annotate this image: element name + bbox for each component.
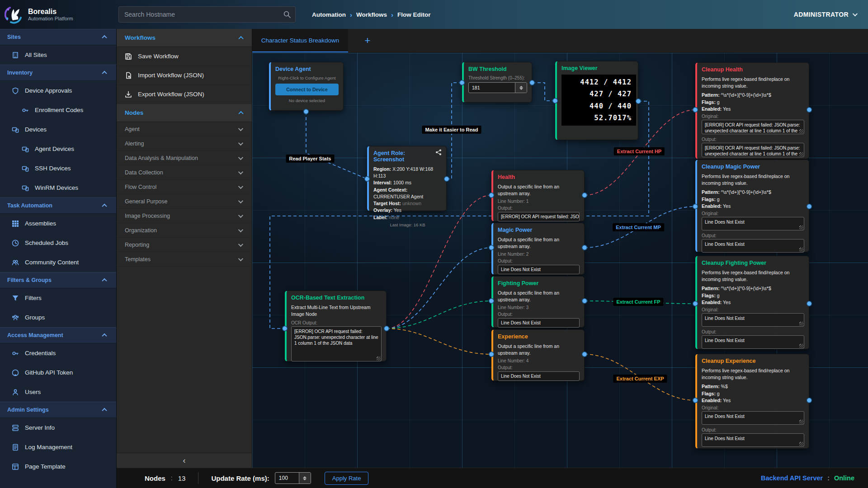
node-cleanup-fighting-power[interactable]: Cleanup Fighting Power Performs live reg… bbox=[695, 256, 809, 349]
sidebar-item-winrm-devices[interactable]: WinRM Devices bbox=[0, 178, 116, 197]
node-image-viewer[interactable]: Image Viewer 4412 / 4412 427 / 427 440 /… bbox=[555, 61, 638, 140]
tab-character-status-breakdown[interactable]: Character Status Breakdown bbox=[252, 29, 348, 52]
apply-rate-button[interactable]: Apply Rate bbox=[325, 472, 369, 485]
sidebar-item-filters[interactable]: Filters bbox=[0, 288, 116, 308]
section-label: Sites bbox=[7, 34, 21, 40]
collapse-panel-button[interactable]: ‹ bbox=[117, 453, 252, 468]
sidebar-item-github-api-token[interactable]: GitHub API Token bbox=[0, 363, 116, 382]
number-spinner[interactable] bbox=[299, 473, 311, 483]
flow-canvas[interactable]: Device Agent Right-Click to Configure Ag… bbox=[252, 53, 868, 468]
chevron-down-icon bbox=[238, 169, 243, 174]
sidebar-item-credentials[interactable]: Credentials bbox=[0, 343, 116, 363]
node-fighting-power[interactable]: Fighting Power Output a specific line fr… bbox=[491, 276, 585, 328]
search-input[interactable] bbox=[118, 6, 296, 23]
crumb-workflows[interactable]: Workflows bbox=[356, 11, 387, 18]
number-spinner[interactable] bbox=[515, 83, 527, 93]
sidebar-item-assemblies[interactable]: Assemblies bbox=[0, 214, 116, 233]
clock-icon bbox=[12, 239, 19, 247]
category-flow-control[interactable]: Flow Control bbox=[117, 180, 252, 194]
crumb-automation[interactable]: Automation bbox=[312, 11, 346, 18]
node-device-agent[interactable]: Device Agent Right-Click to Configure Ag… bbox=[269, 62, 344, 111]
category-data-collection[interactable]: Data Collection bbox=[117, 165, 252, 180]
flags-value: g bbox=[717, 293, 720, 298]
sidebar-item-devices[interactable]: Devices bbox=[0, 120, 116, 139]
people-icon bbox=[12, 259, 19, 266]
node-ocr-text-extraction[interactable]: OCR-Based Text Extraction Extract Multi-… bbox=[285, 291, 387, 361]
sidebar-item-community-content[interactable]: Community Content bbox=[0, 253, 116, 272]
category-templates[interactable]: Templates bbox=[117, 252, 252, 267]
sidebar-item-enrollment-codes[interactable]: Enrollment Codes bbox=[0, 100, 116, 120]
node-health[interactable]: Health Output a specific line from an up… bbox=[491, 170, 585, 221]
output-field[interactable]: Line Does Not Exist bbox=[498, 265, 580, 274]
user-menu[interactable]: ADMINISTRATOR bbox=[794, 11, 856, 18]
nodes-header[interactable]: Nodes bbox=[117, 104, 252, 122]
category-alerting[interactable]: Alerting bbox=[117, 136, 252, 151]
add-tab-button[interactable]: + bbox=[348, 29, 387, 52]
node-title: Health bbox=[498, 174, 580, 180]
category-data-analysis[interactable]: Data Analysis & Manipulation bbox=[117, 151, 252, 165]
export-workflow-button[interactable]: Export Workflow (JSON) bbox=[117, 85, 252, 104]
update-rate-input[interactable] bbox=[275, 473, 299, 483]
original-textarea[interactable]: Line Does Not Exist bbox=[702, 217, 804, 230]
node-bw-threshold[interactable]: BW Threshold Threshold Strength (0–255): bbox=[462, 62, 532, 103]
node-cleanup-magic-power[interactable]: Cleanup Magic Power Performs live regex-… bbox=[695, 160, 809, 252]
workflows-header[interactable]: Workflows bbox=[117, 29, 252, 47]
section-sites[interactable]: Sites bbox=[0, 29, 116, 45]
section-filters-groups[interactable]: Filters & Groups bbox=[0, 272, 116, 288]
original-textarea[interactable]: [ERROR] OCR API request failed: JSON.par… bbox=[702, 120, 804, 134]
category-agent[interactable]: Agent bbox=[117, 122, 252, 136]
chevron-up-icon bbox=[102, 71, 107, 76]
item-label: Scheduled Jobs bbox=[25, 239, 68, 246]
sidebar-item-all-sites[interactable]: All Sites bbox=[0, 45, 116, 65]
category-organization[interactable]: Organization bbox=[117, 223, 252, 238]
chevron-up-icon bbox=[238, 36, 243, 41]
original-label: Original: bbox=[702, 307, 804, 312]
crumb-flow-editor[interactable]: Flow Editor bbox=[397, 11, 431, 18]
sidebar-item-users[interactable]: Users bbox=[0, 382, 116, 402]
sidebar-item-scheduled-jobs[interactable]: Scheduled Jobs bbox=[0, 233, 116, 253]
sidebar-item-agent-devices[interactable]: Agent Devices bbox=[0, 139, 116, 159]
collapse-chevron-icon: ‹ bbox=[183, 456, 186, 465]
original-textarea[interactable]: Line Does Not Exist bbox=[702, 313, 804, 327]
output-textarea[interactable]: [ERROR] OCR API request failed: JSON.par… bbox=[702, 143, 804, 157]
output-textarea[interactable]: Line Does Not Exist bbox=[702, 335, 804, 349]
output-field[interactable]: [ERROR] OCR API request failed: JSON.par… bbox=[498, 212, 580, 221]
sidebar-item-ssh-devices[interactable]: SSH Devices bbox=[0, 159, 116, 178]
section-task-automation[interactable]: Task Automation bbox=[0, 197, 116, 214]
output-label: Output: bbox=[702, 329, 804, 334]
share-icon[interactable] bbox=[435, 149, 442, 155]
output-field[interactable]: Line Does Not Exist bbox=[498, 318, 580, 328]
node-cleanup-experience[interactable]: Cleanup Experience Performs live regex-b… bbox=[695, 354, 809, 449]
section-admin-settings[interactable]: Admin Settings bbox=[0, 402, 116, 418]
section-access-management[interactable]: Access Management bbox=[0, 327, 116, 343]
user-icon bbox=[12, 389, 19, 396]
output-textarea[interactable]: Line Does Not Exist bbox=[702, 239, 804, 253]
item-label: Device Approvals bbox=[25, 87, 72, 94]
node-title: Fighting Power bbox=[498, 280, 580, 286]
category-reporting[interactable]: Reporting bbox=[117, 238, 252, 252]
connect-to-device-button[interactable]: Connect to Device bbox=[275, 84, 339, 95]
brand: Borealis Automation Platform bbox=[0, 5, 117, 24]
pattern-value: ^\s*(\d+)[^0-9]+(\d+)\s*$ bbox=[721, 189, 771, 195]
ocr-output-textarea[interactable]: [ERROR] OCR API request failed: JSON.par… bbox=[291, 326, 382, 361]
node-magic-power[interactable]: Magic Power Output a specific line from … bbox=[491, 223, 585, 275]
section-inventory[interactable]: Inventory bbox=[0, 65, 116, 81]
sidebar-item-groups[interactable]: Groups bbox=[0, 308, 116, 327]
category-image-processing[interactable]: Image Processing bbox=[117, 209, 252, 223]
node-experience[interactable]: Experience Output a specific line from a… bbox=[491, 329, 585, 381]
sidebar-item-log-management[interactable]: Log Management bbox=[0, 437, 116, 457]
edge-label-extract-exp: Extract Current EXP bbox=[613, 375, 667, 383]
output-textarea[interactable]: Line Does Not Exist bbox=[702, 433, 804, 447]
output-field[interactable]: Line Does Not Exist bbox=[498, 371, 580, 381]
sidebar-item-page-template[interactable]: Page Template bbox=[0, 457, 116, 476]
save-workflow-button[interactable]: Save Workflow bbox=[117, 47, 252, 66]
sidebar-item-device-approvals[interactable]: Device Approvals bbox=[0, 81, 116, 100]
node-agent-role-screenshot[interactable]: Agent Role: Screenshot Region: X:200 Y:4… bbox=[367, 146, 447, 211]
output-label: Output: bbox=[702, 137, 804, 142]
import-workflow-button[interactable]: Import Workflow (JSON) bbox=[117, 66, 252, 85]
node-cleanup-health[interactable]: Cleanup Health Performs live regex-based… bbox=[695, 62, 809, 159]
category-general-purpose[interactable]: General Purpose bbox=[117, 194, 252, 209]
sidebar-item-server-info[interactable]: Server Info bbox=[0, 418, 116, 437]
threshold-value-input[interactable] bbox=[469, 83, 515, 93]
original-textarea[interactable]: Line Does Not Exist bbox=[702, 411, 804, 425]
